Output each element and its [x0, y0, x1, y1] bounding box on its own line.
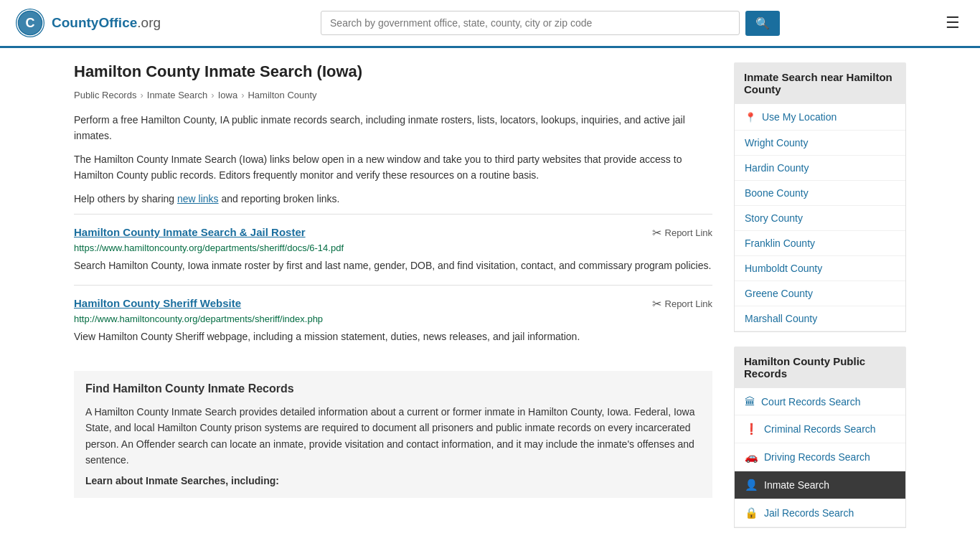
use-location[interactable]: 📍 Use My Location: [735, 104, 905, 131]
new-links-link[interactable]: new links: [177, 193, 219, 204]
logo-icon: C: [14, 7, 46, 39]
nearby-county-link-0[interactable]: Wright County: [735, 131, 905, 155]
nearby-county-link-4[interactable]: Franklin County: [735, 231, 905, 255]
public-records-header: Hamilton County Public Records: [734, 347, 906, 388]
find-section-title: Find Hamilton County Inmate Records: [85, 382, 701, 395]
intro-paragraph-1: Perform a free Hamilton County, IA publi…: [74, 112, 712, 144]
breadcrumb: Public Records › Inmate Search › Iowa › …: [74, 90, 712, 100]
find-section: Find Hamilton County Inmate Records A Ha…: [74, 371, 712, 499]
page-title: Hamilton County Inmate Search (Iowa): [74, 62, 712, 81]
search-input[interactable]: [321, 11, 740, 35]
logo-area[interactable]: C CountyOffice.org: [14, 7, 161, 39]
menu-button[interactable]: ☰: [940, 11, 966, 35]
search-button[interactable]: 🔍: [745, 11, 780, 36]
record-title-0[interactable]: Hamilton County Inmate Search & Jail Ros…: [74, 226, 306, 238]
record-url-0[interactable]: https://www.hamiltoncounty.org/departmen…: [74, 242, 712, 253]
public-records-link-1[interactable]: ❗ Criminal Records Search: [735, 415, 905, 443]
breadcrumb-sep-1: ›: [140, 90, 143, 100]
driving-icon: 🚗: [745, 451, 758, 463]
public-records-item-0[interactable]: 🏛 Court Records Search: [735, 388, 905, 415]
public-records-link-2[interactable]: 🚗 Driving Records Search: [735, 443, 905, 471]
record-desc-0: Search Hamilton County, Iowa inmate rost…: [74, 258, 712, 273]
record-card-1: Hamilton County Sheriff Website ✂ Report…: [74, 285, 712, 356]
jail-icon: 🔒: [745, 507, 758, 519]
nearby-county-link-7[interactable]: Marshall County: [735, 306, 905, 331]
court-icon: 🏛: [745, 395, 755, 408]
breadcrumb-hamilton[interactable]: Hamilton County: [248, 90, 316, 100]
main-content: Hamilton County Inmate Search (Iowa) Pub…: [74, 62, 712, 542]
breadcrumb-sep-2: ›: [211, 90, 214, 100]
breadcrumb-public-records[interactable]: Public Records: [74, 90, 136, 100]
nearby-county-1: Hardin County: [735, 156, 905, 181]
find-section-subheading: Learn about Inmate Searches, including:: [85, 475, 701, 486]
search-icon: 🔍: [755, 17, 770, 29]
report-link-1[interactable]: ✂ Report Link: [652, 297, 712, 311]
nearby-county-7: Marshall County: [735, 306, 905, 331]
intro-paragraph-2: The Hamilton County Inmate Search (Iowa)…: [74, 151, 712, 184]
search-area: 🔍: [321, 11, 780, 36]
criminal-icon: ❗: [745, 423, 758, 435]
nearby-county-6: Greene County: [735, 281, 905, 306]
hamburger-icon: ☰: [946, 14, 960, 32]
inmate-icon: 👤: [745, 479, 758, 491]
nearby-county-link-1[interactable]: Hardin County: [735, 156, 905, 180]
record-title-1[interactable]: Hamilton County Sheriff Website: [74, 297, 241, 309]
nearby-county-2: Boone County: [735, 181, 905, 206]
public-records-item-3[interactable]: 👤 Inmate Search: [735, 471, 905, 499]
breadcrumb-inmate-search[interactable]: Inmate Search: [147, 90, 208, 100]
nearby-county-0: Wright County: [735, 131, 905, 156]
nearby-counties-list: Wright CountyHardin CountyBoone CountySt…: [735, 131, 905, 331]
nearby-county-link-3[interactable]: Story County: [735, 206, 905, 230]
nearby-county-link-6[interactable]: Greene County: [735, 281, 905, 306]
intro-paragraph-3: Help others by sharing new links and rep…: [74, 191, 712, 207]
nearby-county-link-2[interactable]: Boone County: [735, 181, 905, 205]
nearby-county-link-5[interactable]: Humboldt County: [735, 256, 905, 281]
public-records-list: 🏛 Court Records Search ❗ Criminal Record…: [734, 388, 906, 528]
find-section-body: A Hamilton County Inmate Search provides…: [85, 404, 701, 468]
record-url-1[interactable]: http://www.hamiltoncounty.org/department…: [74, 314, 712, 324]
site-header: C CountyOffice.org 🔍 ☰: [0, 0, 980, 48]
sidebar: Inmate Search near Hamilton County 📍 Use…: [734, 62, 906, 542]
breadcrumb-sep-3: ›: [241, 90, 244, 100]
public-records-section: Hamilton County Public Records 🏛 Court R…: [734, 347, 906, 528]
public-records-item-1[interactable]: ❗ Criminal Records Search: [735, 415, 905, 443]
nearby-county-3: Story County: [735, 206, 905, 231]
breadcrumb-iowa[interactable]: Iowa: [218, 90, 237, 100]
record-card-0: Hamilton County Inmate Search & Jail Ros…: [74, 214, 712, 285]
public-records-item-4[interactable]: 🔒 Jail Records Search: [735, 499, 905, 527]
use-location-label: Use My Location: [762, 111, 837, 123]
scissors-icon-0: ✂: [652, 226, 661, 240]
scissors-icon-1: ✂: [652, 297, 661, 311]
public-records-item-2[interactable]: 🚗 Driving Records Search: [735, 443, 905, 471]
record-cards: Hamilton County Inmate Search & Jail Ros…: [74, 214, 712, 357]
nearby-county-5: Humboldt County: [735, 256, 905, 281]
location-pin-icon: 📍: [745, 112, 756, 123]
record-desc-1: View Hamilton County Sheriff webpage, in…: [74, 329, 712, 344]
nearby-county-4: Franklin County: [735, 231, 905, 256]
public-records-link-3[interactable]: 👤 Inmate Search: [735, 471, 905, 499]
report-link-0[interactable]: ✂ Report Link: [652, 226, 712, 240]
nearby-header: Inmate Search near Hamilton County: [734, 62, 906, 104]
public-records-link-4[interactable]: 🔒 Jail Records Search: [735, 499, 905, 527]
svg-text:C: C: [26, 16, 35, 30]
public-records-link-0[interactable]: 🏛 Court Records Search: [735, 388, 905, 415]
logo-text: CountyOffice.org: [52, 15, 161, 31]
nearby-section: Inmate Search near Hamilton County 📍 Use…: [734, 62, 906, 332]
